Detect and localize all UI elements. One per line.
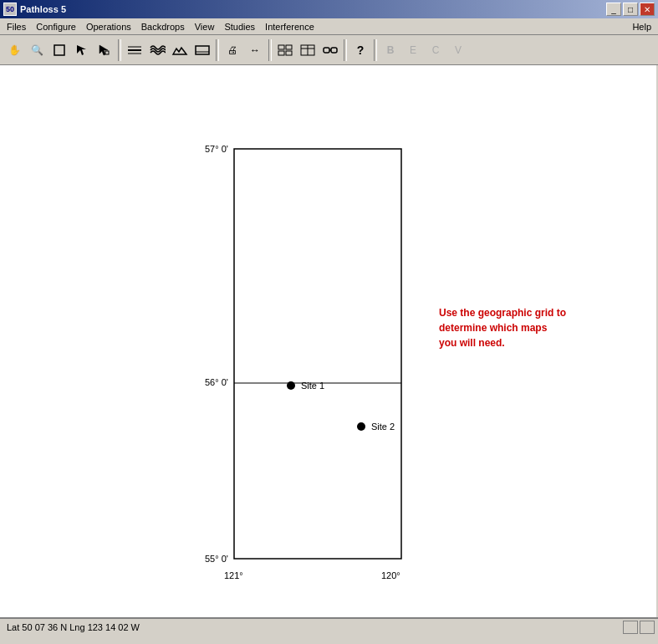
site-2-label: Site 2 [371, 422, 395, 432]
profile-icon[interactable] [191, 39, 213, 61]
table-icon[interactable] [297, 39, 319, 61]
menu-operations[interactable]: Operations [81, 20, 136, 33]
svg-rect-9 [278, 45, 284, 49]
separator-4 [344, 39, 347, 61]
separator-3 [268, 39, 272, 61]
menu-help[interactable]: Help [627, 20, 656, 33]
c-button[interactable]: C [425, 39, 446, 61]
window-title: Pathloss 5 [20, 4, 604, 14]
separator-2 [216, 39, 219, 61]
separator-5 [374, 39, 377, 61]
title-bar: 50 Pathloss 5 _ □ ✕ [0, 0, 658, 18]
resize-button-2[interactable] [640, 621, 655, 634]
lng-label-120: 120° [381, 570, 400, 580]
v-button[interactable]: V [447, 39, 469, 61]
resize-button-1[interactable] [623, 621, 638, 634]
map-svg: 57° 0' 56° 0' 55° 0' 121° 120° Site 1 Si… [0, 65, 656, 617]
hand-tool-icon[interactable]: ✋ [3, 39, 25, 61]
arrows-icon[interactable]: ↔ [244, 39, 266, 61]
status-text: Lat 50 07 36 N Lng 123 14 02 W [3, 622, 621, 632]
terrain-icon[interactable] [169, 39, 191, 61]
menu-backdrops[interactable]: Backdrops [136, 20, 190, 33]
zoom-in-icon[interactable]: 🔍 [26, 39, 48, 61]
app-icon: 50 [3, 3, 17, 16]
svg-rect-7 [196, 46, 209, 54]
link-icon[interactable] [319, 39, 341, 61]
menu-files[interactable]: Files [2, 20, 31, 33]
svg-rect-3 [105, 51, 109, 54]
lat-label-55: 55° 0' [205, 554, 228, 564]
close-button[interactable]: ✕ [640, 3, 655, 16]
minimize-button[interactable]: _ [606, 3, 621, 16]
arrow-select-icon[interactable] [94, 39, 115, 61]
road-icon[interactable] [124, 39, 145, 61]
lng-label-121: 121° [224, 570, 243, 580]
svg-rect-11 [278, 51, 284, 55]
svg-marker-2 [99, 45, 108, 55]
menu-view[interactable]: View [190, 20, 220, 33]
help-icon[interactable]: ? [349, 39, 371, 61]
site-1-dot [287, 381, 295, 390]
lat-label-56: 56° 0' [205, 377, 228, 387]
grid-icon[interactable] [274, 39, 296, 61]
lat-label-57: 57° 0' [205, 144, 228, 154]
svg-rect-10 [286, 45, 292, 49]
b-button[interactable]: B [380, 39, 401, 61]
wave-icon[interactable] [146, 39, 168, 61]
menu-bar: Files Configure Operations Backdrops Vie… [0, 18, 658, 35]
print-icon[interactable]: 🖨 [222, 39, 243, 61]
menu-interference[interactable]: Interference [260, 20, 319, 33]
site-1-label: Site 1 [301, 381, 324, 391]
svg-rect-19 [0, 65, 656, 617]
e-button[interactable]: E [402, 39, 424, 61]
instruction-line-3: you will need. [439, 337, 505, 349]
menu-studies[interactable]: Studies [219, 20, 260, 33]
svg-rect-17 [331, 48, 337, 53]
menu-configure[interactable]: Configure [31, 20, 81, 33]
toolbar: ✋ 🔍 🖨 ↔ ? B E C V [0, 35, 658, 65]
site-2-dot [357, 422, 365, 431]
instruction-line-2: determine which maps [439, 322, 548, 334]
svg-marker-1 [77, 45, 86, 55]
arrow-icon[interactable] [71, 39, 93, 61]
maximize-button[interactable]: □ [623, 3, 638, 16]
status-bar: Lat 50 07 36 N Lng 123 14 02 W [0, 617, 658, 636]
select-rect-icon[interactable] [48, 39, 70, 61]
instruction-line-1: Use the geographic grid to [439, 307, 566, 319]
svg-rect-16 [324, 48, 329, 53]
separator-1 [118, 39, 121, 61]
svg-rect-12 [286, 51, 292, 55]
main-map-area[interactable]: 57° 0' 56° 0' 55° 0' 121° 120° Site 1 Si… [0, 65, 656, 617]
svg-rect-0 [54, 45, 64, 55]
